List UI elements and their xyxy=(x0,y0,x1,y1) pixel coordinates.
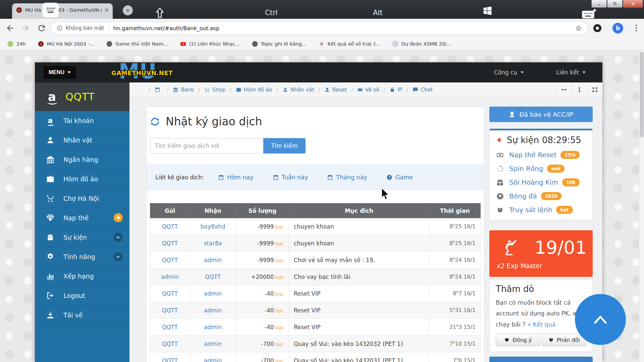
bookmark-item[interactable]: Game thủ Việt Nam... xyxy=(106,41,168,47)
event-item[interactable]: Bóng đá 2020 xyxy=(496,192,586,200)
sidebar-item[interactable]: Hòm đồ ảo xyxy=(35,169,129,189)
receiver-link[interactable]: admin xyxy=(190,352,236,362)
sender-link[interactable]: QQTT xyxy=(150,218,190,235)
bookmark-item[interactable]: (2) Liên Khúc Nhạc... xyxy=(180,41,240,47)
sender-link[interactable]: QQTT xyxy=(150,319,190,336)
event-label[interactable]: Bóng đá xyxy=(509,192,537,200)
scrollbar-thumb[interactable] xyxy=(640,52,644,137)
site-logo[interactable]: MU GAMETHUVN.NET xyxy=(116,62,183,82)
sender-link[interactable]: QQTT xyxy=(150,235,190,252)
acc-ip-protected-button[interactable]: Đã bảo vệ ACC/IP xyxy=(489,107,593,122)
sidebar-account-header[interactable]: a QQTT xyxy=(35,82,129,111)
receiver-link[interactable]: admin xyxy=(190,252,236,268)
layout-tool-button[interactable] xyxy=(556,82,572,97)
filter-link[interactable]: Tuần này xyxy=(273,174,308,181)
sender-link[interactable]: QQTT xyxy=(150,302,190,319)
breadcrumb-link[interactable]: / xyxy=(144,87,163,93)
profile-avatar[interactable]: b xyxy=(612,23,623,34)
breadcrumb-link[interactable]: / Shop xyxy=(194,87,225,93)
sidebar-item[interactable]: a Tài khoản xyxy=(35,111,129,130)
chevron-toggle[interactable] xyxy=(113,252,123,261)
breadcrumb-link[interactable]: / Nhân vật xyxy=(272,87,314,93)
receiver-link[interactable]: QQTT xyxy=(190,268,236,285)
chevron-toggle[interactable] xyxy=(113,233,123,242)
menu-button[interactable]: MENU xyxy=(44,66,76,79)
extension-icon[interactable] xyxy=(593,24,602,33)
event-item[interactable]: Truy sát lệnh hot xyxy=(496,206,586,214)
browser-menu-icon[interactable] xyxy=(632,24,641,33)
sidebar-item[interactable]: Chợ Hà Nội xyxy=(35,189,129,208)
address-bar[interactable]: Không bảo mật hn.gamethuvn.net/#auth/Ban… xyxy=(51,22,588,35)
nav-dropdown-link[interactable]: Công cụ xyxy=(494,69,524,76)
sidebar-item[interactable]: Nạp thẻ xyxy=(35,208,129,228)
bookmark-item[interactable]: Topic ghi lô bằng... xyxy=(252,41,307,47)
breadcrumb-link[interactable]: / Bank xyxy=(163,87,194,93)
event-date-banner[interactable]: 19/01 x2 Exp Master xyxy=(489,230,593,277)
event-item[interactable]: Nạp thẻ Reset 25% xyxy=(496,151,586,159)
event-label[interactable]: Sói Hoàng Kim xyxy=(509,178,558,186)
receiver-link[interactable]: admin xyxy=(190,302,236,319)
url-text[interactable]: hn.gamethuvn.net/#auth/Bank_out.asp xyxy=(113,25,220,32)
windows-logo-icon[interactable] xyxy=(482,5,493,16)
bookmark-item[interactable]: 24h xyxy=(7,41,26,47)
filter-link[interactable]: Hôm nay xyxy=(218,174,254,181)
ctrl-key-label[interactable]: Ctrl xyxy=(265,9,277,17)
refresh-icon[interactable] xyxy=(150,117,160,127)
sidebar-item[interactable]: Sự kiện xyxy=(35,228,129,247)
alt-key-label[interactable]: Alt xyxy=(373,9,382,17)
sidebar-item[interactable]: Tính năng xyxy=(35,247,129,266)
disagree-button[interactable]: Phản đối xyxy=(542,334,587,346)
breadcrumb-link[interactable]: / Hòm đồ ảo xyxy=(225,87,272,93)
reload-button[interactable] xyxy=(37,23,46,33)
sidebar-item[interactable]: Tải về xyxy=(35,305,129,325)
filter-link[interactable]: Game xyxy=(386,174,413,181)
close-button[interactable] xyxy=(623,0,643,8)
arrow-up-outline-icon[interactable] xyxy=(155,7,164,18)
keyboard-overlay-icon[interactable] xyxy=(43,3,59,17)
sidebar-item[interactable]: Nhân vật xyxy=(35,130,129,150)
sidebar-item[interactable]: Xếp hạng xyxy=(35,266,129,286)
bookmark-star-icon[interactable] xyxy=(575,25,582,32)
event-label[interactable]: Nạp thẻ Reset xyxy=(509,151,556,159)
breadcrumb-link[interactable]: / Vé số xyxy=(347,87,379,93)
event-label[interactable]: Truy sát lệnh xyxy=(509,206,552,214)
receiver-link[interactable]: admin xyxy=(190,285,236,302)
tab-close-icon[interactable] xyxy=(104,7,109,13)
sender-link[interactable]: QQTT xyxy=(150,285,190,302)
sender-link[interactable]: admin xyxy=(150,268,190,285)
poll-result-link[interactable]: » Kết quả xyxy=(527,321,555,328)
maximize-button[interactable] xyxy=(607,0,623,8)
search-button[interactable]: Tìm kiếm xyxy=(263,138,306,154)
event-label[interactable]: Spin Rồng xyxy=(509,165,543,173)
receiver-link[interactable]: admin xyxy=(190,336,236,352)
receiver-link[interactable]: admin xyxy=(190,319,236,336)
bookmark-item[interactable]: Kết quả xổ số trực t... xyxy=(319,41,380,47)
bookmark-item[interactable]: X Dự đoán XSMB 20/... xyxy=(392,41,451,47)
receiver-link[interactable]: boy8xhd xyxy=(190,218,236,235)
breadcrumb-link[interactable]: / Chat xyxy=(402,87,433,93)
sidebar-item[interactable]: Ngân hàng xyxy=(35,150,129,169)
sidebar-item[interactable]: Logout xyxy=(35,286,129,305)
layout-tool-button[interactable] xyxy=(587,82,602,97)
search-input[interactable] xyxy=(150,138,263,154)
sender-link[interactable]: QQTT xyxy=(150,252,190,268)
layout-tool-button[interactable] xyxy=(572,82,587,97)
breadcrumb-link[interactable]: / Reset xyxy=(314,87,347,93)
browser-tab[interactable]: MU Hà Nội 2003 - GamethuVN.n xyxy=(12,3,113,19)
filter-link[interactable]: Tháng này xyxy=(327,174,367,181)
forward-button[interactable] xyxy=(21,23,30,33)
back-button[interactable] xyxy=(5,23,15,33)
page-scrollbar[interactable] xyxy=(639,50,644,362)
breadcrumb-link[interactable]: / IP xyxy=(379,87,402,93)
receiver-link[interactable]: star8x xyxy=(190,235,236,252)
new-tab-button[interactable] xyxy=(123,5,133,15)
bookmark-item[interactable]: MU Hà Nội 2003 -... xyxy=(38,41,94,47)
info-icon[interactable] xyxy=(57,25,63,31)
agree-button[interactable]: Đồng ý xyxy=(496,334,540,346)
event-item[interactable]: Sói Hoàng Kim 10k xyxy=(496,178,586,186)
sender-link[interactable]: QQTT xyxy=(150,336,190,352)
event-item[interactable]: Spin Rồng mới xyxy=(496,165,586,173)
nav-dropdown-link[interactable]: Liên kết xyxy=(556,69,586,76)
keyboard-plus-icon[interactable] xyxy=(581,8,598,19)
scroll-to-top-button[interactable] xyxy=(575,294,626,345)
